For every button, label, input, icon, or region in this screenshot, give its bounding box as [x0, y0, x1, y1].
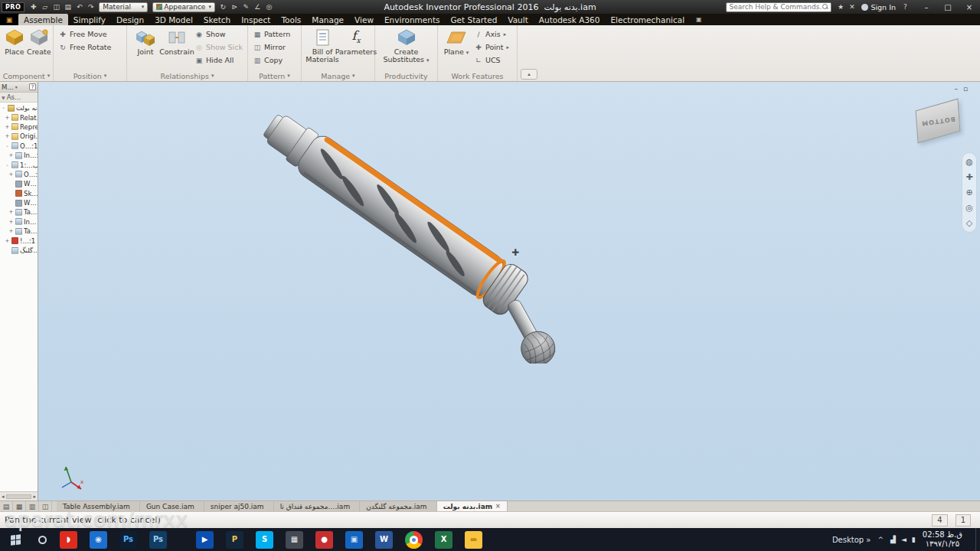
appearance-dropdown[interactable]: Appearance▾ — [152, 2, 215, 12]
update-icon[interactable]: ↻ — [217, 2, 229, 12]
parameters-button[interactable]: fx Parameters — [341, 28, 371, 56]
photos-icon[interactable]: ▣ — [345, 531, 363, 549]
tree-item[interactable]: W… — [0, 198, 38, 207]
ribbon-tab[interactable]: 3D Model — [149, 14, 198, 25]
pycharm-icon[interactable]: P — [226, 531, 243, 549]
expand-icon[interactable]: + — [8, 228, 14, 234]
ribbon-tab[interactable]: View — [349, 14, 379, 25]
ribbon-tab[interactable]: Inspect — [236, 14, 276, 25]
ribbon-small-button[interactable]: ◉ Show — [193, 28, 244, 41]
place-button[interactable]: Place — [3, 28, 26, 56]
document-tab[interactable]: Gun Case.iam — [140, 501, 204, 511]
view-cube[interactable]: BOTTOM — [916, 99, 961, 144]
ribbon-collapse-button[interactable]: ▴ — [521, 69, 537, 80]
zoom-icon[interactable]: ⊕ — [965, 188, 972, 197]
ribbon-small-button[interactable]: ✚ Point ▸ — [472, 41, 511, 54]
file-menu-icon[interactable]: ▣ — [0, 14, 18, 25]
3d-model-bolt-body[interactable] — [259, 111, 611, 364]
ribbon-tab[interactable]: Manage — [306, 14, 349, 25]
look-at-icon[interactable]: ◇ — [966, 219, 972, 227]
minimize-button[interactable]: – — [916, 0, 937, 14]
joint-button[interactable]: Joint — [130, 28, 161, 56]
tree-item[interactable]: گلنگ… — [0, 246, 38, 255]
document-tab[interactable]: مجموعه قنداق تا….iam — [274, 501, 361, 511]
ribbon-tab[interactable]: Simplify — [68, 14, 111, 25]
ribbon-tab[interactable]: Electromechanical — [605, 14, 690, 25]
print-icon[interactable]: ▤ — [62, 2, 74, 12]
volume-icon[interactable]: ◄ — [901, 536, 906, 543]
panel-label-pattern[interactable]: Pattern▾ — [248, 70, 301, 81]
save-icon[interactable]: ◫ — [51, 2, 62, 12]
orbit-icon[interactable]: ◎ — [965, 204, 973, 212]
redo-icon[interactable]: ↷ — [85, 2, 96, 12]
app-blue-icon[interactable]: ◉ — [90, 531, 107, 549]
tree-item[interactable]: + Origi… — [0, 132, 38, 141]
expand-icon[interactable]: + — [5, 133, 10, 139]
panel-label-position[interactable]: Position▾ — [54, 70, 126, 81]
file-explorer-icon[interactable]: ▬ — [465, 531, 482, 549]
expand-icon[interactable]: + — [8, 219, 14, 225]
search-input[interactable] — [729, 3, 822, 11]
expand-icon[interactable]: + — [8, 152, 14, 158]
ribbon-small-button[interactable]: ↻ Free Rotate — [57, 41, 113, 54]
expand-icon[interactable]: - — [5, 143, 10, 149]
start-button[interactable] — [0, 528, 31, 551]
expand-icon[interactable]: + — [8, 171, 14, 178]
appearance-adjust-icon[interactable]: ◎ — [263, 2, 275, 12]
ribbon-tab[interactable]: Vault — [502, 14, 534, 25]
tree-item[interactable]: + Relat… — [0, 112, 38, 122]
expand-icon[interactable]: + — [5, 115, 10, 121]
ribbon-tab[interactable]: Assemble — [18, 14, 68, 25]
ribbon-small-button[interactable]: ▣ Hide All — [193, 54, 244, 67]
taskbar-clock[interactable]: 02:58 ق.ظ ۱۳۹۷/۱/۲۵ — [923, 530, 962, 549]
photoshop-cc-icon[interactable]: Ps — [149, 531, 167, 549]
ribbon-tab[interactable]: Tools — [276, 14, 306, 25]
tree-item[interactable]: + In…:1 — [0, 151, 38, 160]
undo-icon[interactable]: ↶ — [74, 2, 85, 12]
aparat-live-icon[interactable]: ● — [315, 531, 333, 549]
scroll-left-icon[interactable]: ◂ — [2, 494, 5, 500]
ribbon-tab[interactable]: Autodesk A360 — [534, 14, 606, 25]
open-icon[interactable]: ▱ — [39, 2, 51, 12]
panel-label-productivity[interactable]: Productivity — [375, 70, 437, 81]
graphics-viewport[interactable]: – ▫ BOTTOM ◍✚⊕◎◇ ✚ x — [38, 82, 980, 500]
new-file-icon[interactable]: ✚ — [28, 2, 39, 12]
scroll-thumb[interactable] — [6, 494, 32, 499]
bill-of-materials-button[interactable]: Bill of Materials — [305, 28, 340, 64]
chrome-icon[interactable] — [405, 531, 423, 549]
tree-item[interactable]: + In… — [0, 217, 38, 227]
skype-icon[interactable]: S — [256, 531, 273, 549]
tree-item[interactable]: - O…:1 — [0, 142, 38, 151]
cascade-icon[interactable]: ◫ — [39, 501, 52, 511]
exchange-icon[interactable]: ✕ — [846, 2, 858, 12]
ribbon-tab[interactable]: Environments — [379, 14, 446, 25]
ribbon-tab[interactable]: Get Started — [445, 14, 502, 25]
battery-icon[interactable]: ▮ — [912, 536, 916, 543]
ribbon-tab[interactable]: Sketch — [198, 14, 236, 25]
document-tab[interactable]: بدنه بولت.iam × — [437, 501, 508, 511]
photoshop-icon[interactable]: Ps — [119, 531, 137, 549]
document-tab[interactable]: Table Assembly.iam — [57, 501, 140, 511]
expand-icon[interactable]: - — [5, 162, 10, 168]
tree-item[interactable]: + Repre… — [0, 122, 38, 132]
material-dropdown[interactable]: Material▾ — [99, 2, 148, 12]
sketch-icon[interactable]: ✎ — [240, 2, 252, 12]
browser-help-icon[interactable]: ? — [29, 83, 36, 90]
search-icon[interactable] — [822, 4, 828, 10]
tile-horizontal-icon[interactable]: ▤ — [0, 501, 13, 511]
ribbon-small-button[interactable]: ◫ Mirror — [251, 41, 292, 54]
show-desktop-button[interactable] — [975, 528, 980, 551]
ribbon-small-button[interactable]: ∕ Axis ▸ — [472, 28, 511, 41]
ribbon-small-button[interactable]: ✚ Free Move — [57, 28, 113, 41]
close-button[interactable]: × — [959, 0, 980, 14]
maximize-button[interactable]: □ — [937, 0, 959, 14]
create-substitutes-button[interactable]: Create Substitutes ▾ — [378, 28, 434, 64]
favorites-icon[interactable]: ★ — [835, 2, 846, 12]
tree-item[interactable]: + !…:1 — [0, 236, 38, 245]
excel-icon[interactable]: X — [435, 531, 452, 549]
ribbon-small-button[interactable]: ▥ Copy — [251, 54, 292, 67]
scroll-right-icon[interactable]: ▸ — [33, 494, 36, 500]
tree-item[interactable]: + Ta… — [0, 207, 38, 217]
create-button[interactable]: Create — [27, 28, 51, 56]
viewport-minimize-icon[interactable]: – — [954, 85, 958, 93]
